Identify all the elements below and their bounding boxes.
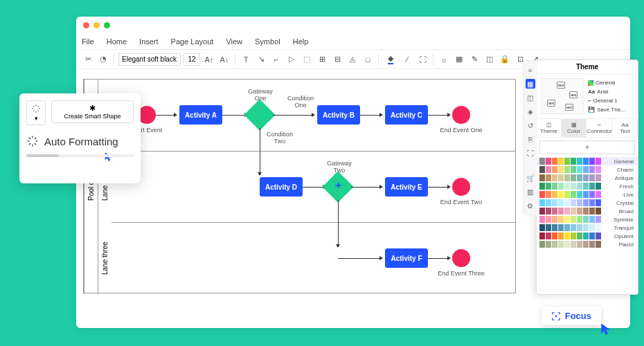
color-swatch[interactable] bbox=[539, 166, 545, 173]
color-swatch[interactable] bbox=[552, 241, 557, 248]
tab-text[interactable]: AaText bbox=[613, 119, 638, 137]
layers-icon[interactable]: ◈ bbox=[526, 107, 535, 116]
activity-e[interactable]: Activity E bbox=[385, 177, 428, 197]
color-swatch[interactable] bbox=[552, 166, 557, 173]
search-button[interactable]: ⌕ bbox=[438, 53, 450, 66]
color-swatch[interactable] bbox=[546, 191, 551, 198]
send-back-button[interactable]: □ bbox=[361, 53, 374, 66]
color-swatch[interactable] bbox=[571, 208, 576, 215]
color-swatch[interactable] bbox=[589, 208, 595, 215]
color-swatch[interactable] bbox=[589, 174, 595, 181]
swatch-row[interactable]: Charm bbox=[537, 165, 638, 174]
color-swatch[interactable] bbox=[558, 199, 564, 206]
color-swatch[interactable] bbox=[589, 158, 595, 165]
menu-home[interactable]: Home bbox=[107, 37, 127, 46]
color-swatch[interactable] bbox=[558, 191, 564, 198]
color-swatch[interactable] bbox=[583, 208, 589, 215]
swatch-row[interactable]: Sprinkle bbox=[537, 215, 638, 224]
format-painter-button[interactable]: ◔ bbox=[97, 53, 109, 66]
pointer-tool-button[interactable]: ▷ bbox=[285, 53, 298, 66]
activity-d[interactable]: Activity D bbox=[260, 177, 303, 197]
gateway-two[interactable] bbox=[322, 171, 353, 202]
color-swatch[interactable] bbox=[558, 158, 564, 165]
color-swatch[interactable] bbox=[546, 183, 551, 190]
activity-b[interactable]: Activity B bbox=[317, 105, 360, 125]
color-swatch[interactable] bbox=[577, 166, 582, 173]
color-swatch[interactable] bbox=[546, 208, 551, 215]
swatch-row[interactable]: Broad bbox=[537, 207, 638, 215]
color-swatch[interactable] bbox=[539, 216, 545, 223]
swatch-row[interactable]: Antique bbox=[537, 174, 638, 182]
swatch-row[interactable]: General bbox=[537, 157, 638, 165]
color-swatch[interactable] bbox=[539, 158, 545, 165]
color-swatch[interactable] bbox=[589, 241, 595, 248]
swatch-row[interactable]: Placid bbox=[537, 240, 638, 248]
color-swatch[interactable] bbox=[552, 199, 557, 206]
color-swatch[interactable] bbox=[552, 174, 557, 181]
color-swatch[interactable] bbox=[596, 199, 601, 206]
theme-list-font[interactable]: AaArial bbox=[588, 87, 634, 96]
color-swatch[interactable] bbox=[583, 183, 589, 190]
activity-f[interactable]: Activity F bbox=[385, 248, 428, 268]
color-swatch[interactable] bbox=[564, 233, 570, 239]
color-swatch[interactable] bbox=[571, 224, 576, 231]
color-swatch[interactable] bbox=[552, 224, 557, 231]
menu-file[interactable]: File bbox=[82, 37, 94, 46]
page-icon[interactable]: ⎘ bbox=[526, 134, 535, 144]
color-swatch[interactable] bbox=[539, 199, 545, 206]
color-swatch[interactable] bbox=[583, 216, 589, 223]
end-event-one[interactable] bbox=[452, 106, 470, 124]
color-swatch[interactable] bbox=[552, 233, 557, 239]
color-swatch[interactable] bbox=[596, 224, 601, 231]
color-swatch[interactable] bbox=[589, 191, 595, 198]
end-event-two[interactable] bbox=[452, 178, 470, 196]
color-swatch[interactable] bbox=[596, 233, 601, 239]
history-icon[interactable]: ↺ bbox=[526, 120, 535, 130]
theme-list-save[interactable]: 💾Save The... bbox=[588, 105, 634, 114]
menu-page-layout[interactable]: Page Layout bbox=[171, 37, 214, 46]
color-swatch[interactable] bbox=[577, 174, 582, 181]
color-swatch[interactable] bbox=[571, 241, 576, 248]
tab-color[interactable]: ▦Color bbox=[562, 119, 587, 137]
color-swatch[interactable] bbox=[539, 241, 545, 248]
color-swatch[interactable] bbox=[539, 224, 545, 231]
line-tool-button[interactable]: ↘ bbox=[255, 53, 267, 66]
color-swatch[interactable] bbox=[577, 183, 582, 190]
color-swatch[interactable] bbox=[596, 166, 601, 173]
menu-help[interactable]: Help bbox=[293, 37, 309, 46]
swatch-row[interactable]: Crystal bbox=[537, 199, 638, 207]
canvas[interactable]: Pool one Lane one Lane two Lane three St… bbox=[83, 79, 582, 328]
color-swatch[interactable] bbox=[583, 158, 589, 165]
color-swatch[interactable] bbox=[577, 208, 582, 215]
color-swatch[interactable] bbox=[577, 233, 582, 239]
align-button[interactable]: ⊟ bbox=[331, 53, 343, 66]
expand-icon[interactable]: ⛶ bbox=[526, 148, 535, 158]
table-button[interactable]: ▦ bbox=[453, 53, 465, 66]
color-swatch[interactable] bbox=[571, 199, 576, 206]
connector-tool-button[interactable]: ⌐ bbox=[270, 53, 283, 66]
auto-formatting-item[interactable]: Auto Formatting bbox=[26, 135, 134, 147]
color-swatch[interactable] bbox=[589, 216, 595, 223]
font-size-selector[interactable]: 12 bbox=[184, 53, 200, 66]
spark-button[interactable]: ▾ bbox=[26, 100, 46, 125]
color-swatch[interactable] bbox=[546, 174, 551, 181]
focus-button[interactable]: Focus bbox=[542, 307, 601, 325]
color-swatch[interactable] bbox=[564, 158, 570, 165]
color-swatch[interactable] bbox=[564, 216, 570, 223]
menu-view[interactable]: View bbox=[226, 37, 242, 46]
grid-icon[interactable]: ▥ bbox=[526, 187, 535, 197]
color-swatch[interactable] bbox=[596, 241, 601, 248]
activity-c[interactable]: Activity C bbox=[385, 105, 428, 125]
color-swatch[interactable] bbox=[577, 216, 582, 223]
font-selector[interactable]: Elegant soft black bbox=[118, 53, 181, 66]
menu-symbol[interactable]: Symbol bbox=[255, 37, 280, 46]
color-swatch[interactable] bbox=[583, 233, 589, 239]
color-swatch[interactable] bbox=[589, 199, 595, 206]
cut-button[interactable]: ✂ bbox=[82, 53, 94, 66]
color-swatch[interactable] bbox=[596, 216, 601, 223]
color-swatch[interactable] bbox=[539, 174, 545, 181]
color-swatch[interactable] bbox=[558, 166, 564, 173]
color-swatch[interactable] bbox=[558, 183, 564, 190]
swatch-row[interactable]: Live bbox=[537, 190, 638, 199]
color-swatch[interactable] bbox=[546, 216, 551, 223]
